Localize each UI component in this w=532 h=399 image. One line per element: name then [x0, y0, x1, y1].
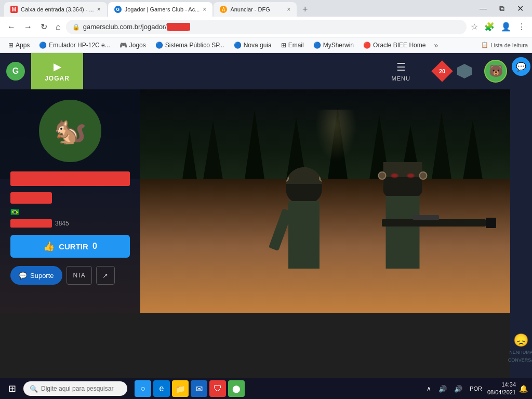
extensions-icon[interactable]: 🧩 — [482, 20, 497, 34]
tab-close-gc[interactable]: × — [203, 6, 206, 13]
bookmark-oracle-label: Oracle BIEE Home — [373, 42, 425, 49]
search-icon: 🔍 — [30, 385, 38, 393]
bookmark-hp12c[interactable]: 🔵 Emulador HP-12C e... — [35, 40, 114, 50]
forward-button[interactable]: → — [21, 20, 35, 34]
language-label[interactable]: POR — [468, 384, 484, 393]
header-avatar[interactable]: 🐻 — [480, 53, 511, 89]
coin-value: 20 — [439, 68, 445, 74]
bookmark-novaguia[interactable]: 🔵 Nova guia — [230, 40, 276, 50]
title-bar: M Caixa de entrada (3.364) - ... × G Jog… — [0, 0, 532, 17]
menu-button[interactable]: ☰ MENU — [381, 61, 421, 82]
taskbar-app-chrome[interactable]: ⬤ — [228, 380, 245, 397]
taskbar-app-cortana[interactable]: ○ — [135, 380, 151, 397]
rifle-scope — [413, 215, 439, 220]
nav-bar: ← → ↻ ⌂ 🔒 gamersclub.com.br/jogador/████… — [0, 17, 532, 37]
soldier-left: 16 — [273, 167, 335, 313]
hidden-icons-button[interactable]: ∧ — [424, 384, 433, 393]
maximize-button[interactable]: ⧉ — [495, 4, 509, 13]
chat-add-button[interactable]: 💬 — [512, 57, 530, 76]
profile-avatar-image: 🐿️ — [54, 116, 86, 146]
taskbar-clock[interactable]: 14:34 08/04/2021 — [487, 381, 516, 397]
taskbar-app-edge[interactable]: e — [153, 380, 170, 397]
avatar-circle: 🐻 — [484, 60, 507, 83]
tab-dfg[interactable]: A Anunciar - DFG × — [214, 2, 297, 17]
network-icon[interactable]: 🔊 — [436, 384, 449, 394]
mail-icon: ✉ — [196, 384, 203, 394]
back-button[interactable]: ← — [4, 20, 19, 34]
tab-gamersclub[interactable]: G Jogador | Gamers Club - Ac... × — [108, 2, 213, 17]
nta-button[interactable]: NTA — [66, 266, 92, 285]
tab-close-dfg[interactable]: × — [287, 6, 290, 13]
search-placeholder: Digite aqui para pesquisar — [41, 385, 113, 392]
soldiers-area: 16 — [179, 123, 532, 313]
search-bar[interactable]: 🔍 Digite aqui para pesquisar — [23, 381, 127, 396]
helmet-top-2 — [383, 162, 422, 179]
tab-label-gc: Jogador | Gamers Club - Ac... — [125, 6, 200, 12]
bookmark-email[interactable]: ⊞ Email — [277, 40, 308, 50]
window-controls: — ⧉ ✕ — [475, 4, 528, 14]
no-chat-text-line2: CONVERSA — [508, 357, 532, 364]
share-button[interactable]: ↗ — [96, 266, 115, 285]
profile-rank-redacted — [10, 192, 52, 204]
browser-chrome: M Caixa de entrada (3.364) - ... × G Jog… — [0, 0, 532, 53]
bookmark-sistema-label: Sistema Público SP... — [165, 42, 224, 49]
tab-bar: M Caixa de entrada (3.364) - ... × G Jog… — [4, 0, 312, 17]
bookmark-mysherwin[interactable]: 🔵 MySherwin — [309, 40, 358, 50]
bookmark-jogos-label: Jogos — [129, 42, 146, 49]
play-button[interactable]: ▶ JOGAR — [31, 53, 83, 89]
close-button[interactable]: ✕ — [513, 4, 528, 14]
taskbar: ⊞ 🔍 Digite aqui para pesquisar ○ e 📁 ✉ 🛡… — [0, 378, 532, 399]
gc-header: G ▶ JOGAR ☰ MENU 20 — [0, 53, 532, 89]
new-tab-button[interactable]: + — [298, 2, 312, 17]
reload-button[interactable]: ↻ — [37, 20, 50, 34]
play-game-icon: ▶ — [54, 60, 61, 73]
soldier-body-2 — [385, 196, 419, 269]
main-content: G ▶ JOGAR ☰ MENU 20 — [0, 53, 532, 378]
curtir-button[interactable]: 👍 CURTIR 0 — [10, 235, 130, 258]
start-button[interactable]: ⊞ — [4, 381, 20, 396]
bookmark-star-icon[interactable]: ☆ — [469, 20, 480, 34]
profile-name-redacted — [10, 171, 130, 186]
edge-icon: e — [159, 384, 164, 393]
no-chat-area: 😞 NENHUMA CONVERSA — [508, 333, 532, 364]
taskbar-app-shield[interactable]: 🛡 — [209, 380, 226, 397]
reading-list-icon[interactable]: 📋 — [481, 42, 488, 48]
bookmark-oracle[interactable]: 🔴 Oracle BIEE Home — [359, 40, 430, 50]
tab-close-gmail[interactable]: × — [97, 6, 101, 13]
website: G ▶ JOGAR ☰ MENU 20 — [0, 53, 532, 378]
taskbar-date-value: 08/04/2021 — [487, 389, 516, 396]
volume-icon[interactable]: 🔊 — [452, 384, 464, 394]
minimize-button[interactable]: — — [475, 4, 491, 12]
suporte-button[interactable]: 💬 Suporte — [10, 266, 62, 285]
bookmark-jogos[interactable]: 🎮 Jogos — [115, 40, 150, 50]
suporte-label: Suporte — [30, 272, 54, 280]
more-menu-icon[interactable]: ⋮ — [515, 20, 528, 34]
earmuff2-right — [419, 171, 427, 180]
profile-icon[interactable]: 👤 — [499, 20, 513, 34]
taskbar-app-mail[interactable]: ✉ — [191, 380, 207, 397]
jogos-icon: 🎮 — [119, 42, 127, 49]
bookmark-apps[interactable]: ⊞ Apps — [4, 40, 34, 50]
apps-grid-icon: ⊞ — [8, 42, 14, 49]
taskbar-time-value: 14:34 — [487, 381, 516, 389]
gc-logo-inner: G — [6, 62, 25, 81]
soldier-head-2 — [383, 162, 422, 200]
home-button[interactable]: ⌂ — [52, 20, 64, 34]
taskbar-app-explorer[interactable]: 📁 — [172, 380, 189, 397]
bookmark-sistema[interactable]: 🔵 Sistema Público SP... — [151, 40, 229, 50]
right-panel: 💬 😞 NENHUMA CONVERSA — [510, 53, 532, 378]
more-bookmarks-button[interactable]: » — [431, 39, 441, 51]
bookmark-apps-label: Apps — [16, 42, 30, 49]
nav-icons: ☆ 🧩 👤 ⋮ — [469, 20, 528, 34]
lock-icon: 🔒 — [72, 23, 80, 31]
profile-id-redacted — [10, 219, 52, 228]
bookmarks-bar: ⊞ Apps 🔵 Emulador HP-12C e... 🎮 Jogos 🔵 … — [0, 37, 532, 53]
tab-gmail[interactable]: M Caixa de entrada (3.364) - ... × — [4, 2, 107, 17]
tab-favicon-gc: G — [114, 6, 122, 13]
menu-label: MENU — [392, 75, 410, 82]
address-bar[interactable]: 🔒 gamersclub.com.br/jogador/████ — [66, 20, 467, 34]
action-row: 💬 Suporte NTA ↗ — [0, 264, 140, 287]
notification-icon[interactable]: 🔔 — [519, 384, 528, 393]
gc-logo[interactable]: G — [0, 53, 31, 89]
eye-glow-left — [391, 174, 398, 178]
